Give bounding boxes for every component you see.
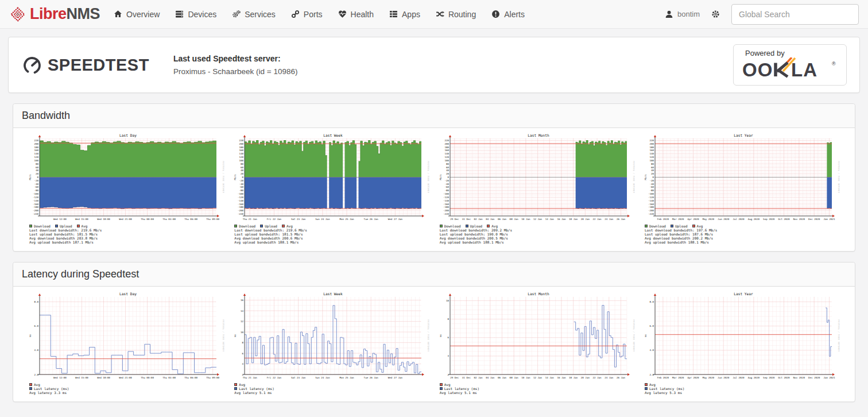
svg-text:Last Week: Last Week xyxy=(324,292,343,296)
bandwidth-graph-last-month-plot[interactable]: -220-200-180-160-140-120-100-80-60-40-20… xyxy=(439,133,635,223)
nav-item-label: Routing xyxy=(448,10,476,19)
main-menu: OverviewDevicesServicesPortsHealthAppsRo… xyxy=(114,10,525,19)
nav-item-ports[interactable]: Ports xyxy=(291,10,323,19)
latency-graph-last-day-plot[interactable]: 2.04.06.08.0Wed 12:00Wed 15:00Wed 18:00W… xyxy=(28,291,224,382)
svg-text:40: 40 xyxy=(446,169,450,172)
svg-text:-140: -140 xyxy=(238,199,244,202)
svg-text:20 Jan: 20 Jan xyxy=(580,218,590,221)
svg-text:10 Jan: 10 Jan xyxy=(521,376,530,379)
svg-text:10: 10 xyxy=(446,299,450,302)
svg-text:140: 140 xyxy=(239,152,244,155)
settings-menu[interactable] xyxy=(711,10,720,18)
legend-swatch xyxy=(234,387,237,390)
svg-text:Mon 25 Jan: Mon 25 Jan xyxy=(340,376,355,379)
legend-swatch xyxy=(671,225,673,227)
nav-item-label: Health xyxy=(351,10,374,19)
nav-item-services[interactable]: Services xyxy=(232,10,276,19)
svg-text:Wed 27 Jan: Wed 27 Jan xyxy=(388,218,403,221)
svg-text:-20: -20 xyxy=(649,179,654,182)
svg-text:29 Dec: 29 Dec xyxy=(450,376,459,379)
legend-item: Last latency (ms) xyxy=(234,387,274,391)
svg-text:180: 180 xyxy=(649,146,654,149)
svg-text:31 Dec: 31 Dec xyxy=(462,376,471,379)
svg-text:22 Jan: 22 Jan xyxy=(592,218,602,221)
svg-text:60: 60 xyxy=(241,166,244,169)
nav-item-alerts[interactable]: Alerts xyxy=(491,10,525,19)
svg-text:Sep 2020: Sep 2020 xyxy=(763,218,775,221)
svg-text:-80: -80 xyxy=(444,189,449,192)
latency-graph-last-week-plot[interactable]: 246810121416Thu 21 JanFri 22 JanSat 23 J… xyxy=(233,291,429,382)
svg-text:Thu 09:00: Thu 09:00 xyxy=(206,218,219,221)
svg-text:80: 80 xyxy=(36,163,39,165)
svg-text:-20: -20 xyxy=(444,179,449,182)
svg-text:06 Jan: 06 Jan xyxy=(498,218,507,221)
nav-item-overview[interactable]: Overview xyxy=(114,10,160,19)
svg-text:16: 16 xyxy=(241,299,244,302)
svg-text:Last Month: Last Month xyxy=(528,292,549,296)
graph-stat-line: Avg download bandwidth 203.8 Mb/s xyxy=(29,236,224,240)
svg-text:26 Jan: 26 Jan xyxy=(617,376,626,379)
bandwidth-graph-last-year-plot[interactable]: -220-200-180-160-140-120-100-80-60-40-20… xyxy=(644,133,840,223)
legend-item: Avg xyxy=(440,383,451,387)
svg-text:14 Jan: 14 Jan xyxy=(545,376,554,379)
legend-swatch xyxy=(645,383,648,386)
svg-text:Wed 15:00: Wed 15:00 xyxy=(75,218,88,221)
legend-swatch xyxy=(466,225,468,227)
svg-text:Tue 26 Jan: Tue 26 Jan xyxy=(364,218,379,221)
svg-text:160: 160 xyxy=(239,149,244,152)
bandwidth-graph-last-week-legend: DownloadUploadAvgLast download bandwidth… xyxy=(234,224,429,244)
nav-item-apps[interactable]: Apps xyxy=(389,10,420,19)
svg-text:Last Day: Last Day xyxy=(119,133,137,138)
svg-text:Jul 2020: Jul 2020 xyxy=(733,376,745,379)
librenms-logo[interactable]: LibreNMS xyxy=(9,5,100,23)
bandwidth-graph-last-week-plot[interactable]: -220-200-180-160-140-120-100-80-60-40-20… xyxy=(233,133,429,223)
svg-text:6.0: 6.0 xyxy=(649,325,654,327)
svg-text:20 Jan: 20 Jan xyxy=(580,376,590,379)
legend-item: Download xyxy=(234,224,255,228)
svg-text:Thu 21 Jan: Thu 21 Jan xyxy=(243,376,258,379)
ports-icon xyxy=(291,10,300,18)
nav-item-health[interactable]: Health xyxy=(338,10,374,19)
svg-text:8.0: 8.0 xyxy=(34,300,38,303)
devices-icon xyxy=(175,10,184,18)
latency-graphs: 2.04.06.08.0Wed 12:00Wed 15:00Wed 18:00W… xyxy=(13,287,855,401)
svg-text:4.0: 4.0 xyxy=(649,349,654,352)
svg-text:120: 120 xyxy=(444,156,449,159)
powered-by-label: Powered by xyxy=(745,49,838,57)
svg-text:Oct 2020: Oct 2020 xyxy=(778,376,790,379)
svg-text:220: 220 xyxy=(444,139,449,142)
nav-item-routing[interactable]: Routing xyxy=(436,10,476,19)
legend-swatch xyxy=(282,225,285,227)
svg-text:Thu 06:00: Thu 06:00 xyxy=(184,376,197,379)
svg-text:-160: -160 xyxy=(238,203,244,206)
bandwidth-graph-last-day-plot[interactable]: -220-200-180-160-140-120-100-80-60-40-20… xyxy=(28,133,224,223)
global-search-input[interactable] xyxy=(731,4,859,25)
home-icon xyxy=(114,10,122,18)
svg-text:18 Jan: 18 Jan xyxy=(569,376,578,379)
svg-text:10: 10 xyxy=(241,331,244,334)
latency-graph-last-year-plot[interactable]: 2.04.06.08.0Feb 2020Mar 2020Apr 2020May … xyxy=(644,291,840,382)
librenms-logo-icon xyxy=(9,6,26,23)
graph-stat-line: Last download bandwidth: 209.2 Mb/s xyxy=(440,228,635,232)
svg-text:200: 200 xyxy=(444,142,449,145)
svg-text:100: 100 xyxy=(34,159,38,162)
svg-text:-120: -120 xyxy=(443,196,450,199)
legend-item: Upload xyxy=(671,224,688,228)
svg-text:Wed 15:00: Wed 15:00 xyxy=(75,376,88,379)
svg-text:Mb/s: Mb/s xyxy=(644,174,646,180)
graph-stat-line: Avg latency 5.1 ms xyxy=(234,391,429,395)
last-server-label: Last used Speedtest server: xyxy=(173,54,297,63)
nav-item-label: Apps xyxy=(402,10,420,19)
svg-text:Fri 22 Jan: Fri 22 Jan xyxy=(267,376,282,379)
graph-stat-line: Last download bandwidth: 219.6 Mb/s xyxy=(234,228,429,232)
svg-text:60: 60 xyxy=(36,166,39,169)
latency-graph-last-month-plot[interactable]: 24681029 Dec31 Dec02 Jan04 Jan06 Jan08 J… xyxy=(439,291,635,382)
svg-text:-220: -220 xyxy=(648,213,654,215)
svg-text:Sun 24 Jan: Sun 24 Jan xyxy=(316,218,331,221)
legend-item: Last latency (ms) xyxy=(645,387,684,391)
user-menu[interactable]: bontim xyxy=(665,10,700,18)
svg-text:Jan 2021: Jan 2021 xyxy=(823,376,835,379)
graph-stat-line: Avg upload bandwidth 188.1 Mb/s xyxy=(234,240,429,244)
nav-item-devices[interactable]: Devices xyxy=(175,10,216,19)
graph-stat-line: Last download bandwidth: 197.6 Mb/s xyxy=(645,228,840,232)
